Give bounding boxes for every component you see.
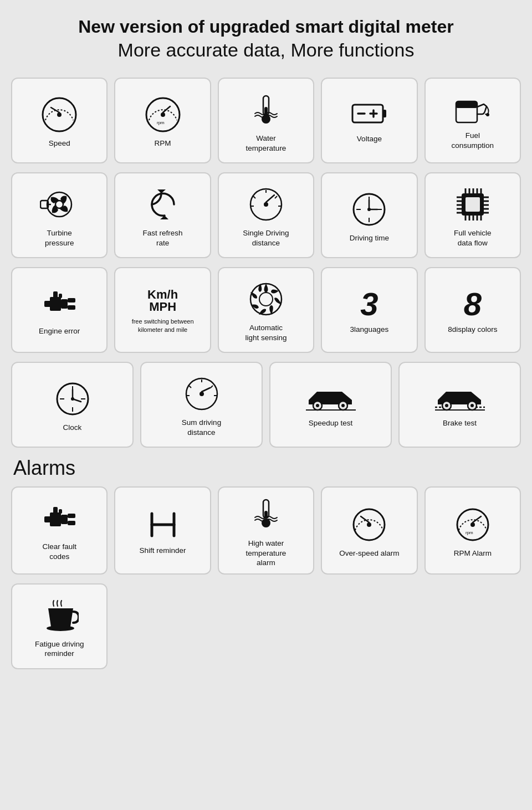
feature-speed: Speed — [11, 78, 108, 163]
eight-colors-icon: 8 — [464, 288, 482, 320]
rpm-label: RPM — [155, 139, 171, 148]
feature-single-dist: Single Drivingdistance — [218, 172, 314, 258]
svg-rect-39 — [466, 197, 480, 212]
svg-point-37 — [367, 208, 371, 211]
svg-point-68 — [259, 293, 273, 306]
rpm-alarm-icon: rpm — [453, 505, 492, 544]
svg-line-79 — [202, 388, 210, 392]
svg-rect-63 — [68, 298, 75, 303]
svg-line-24 — [266, 195, 274, 202]
svg-point-117 — [47, 626, 74, 631]
clear-fault-label: Clear faultcodes — [42, 542, 76, 561]
driving-time-label: Driving time — [350, 233, 389, 243]
three-lang-icon: 3 — [360, 288, 378, 320]
data-flow-label: Full vehicledata flow — [454, 228, 492, 248]
brake-label: Brake test — [443, 418, 477, 428]
svg-rect-64 — [68, 305, 75, 310]
high-water-temp-label: High watertemperaturealarm — [246, 539, 287, 568]
engine-error-icon — [39, 286, 80, 322]
svg-rect-60 — [50, 297, 61, 311]
speedup-icon — [303, 383, 359, 414]
feature-kmh-mph: Km/h MPH free switching betweenkilometer… — [114, 267, 211, 353]
svg-rect-100 — [68, 514, 75, 518]
voltage-label: Voltage — [357, 134, 382, 144]
svg-text:rpm: rpm — [157, 120, 165, 125]
feature-data-flow: Full vehicledata flow — [424, 172, 521, 258]
svg-point-76 — [71, 397, 74, 401]
eight-colors-label: 8display colors — [448, 325, 497, 335]
three-lang-label: 3languages — [350, 325, 388, 335]
fuel-label: Fuelconsumption — [452, 131, 494, 150]
fuel-icon — [453, 93, 492, 126]
sum-dist-icon — [182, 375, 221, 413]
svg-rect-66 — [59, 294, 62, 298]
svg-rect-98 — [61, 515, 68, 524]
turbine-label: Turbinepressure — [45, 228, 74, 248]
svg-rect-11 — [383, 110, 386, 117]
shift-label: Shift reminder — [140, 546, 186, 556]
alarm-high-water-temp: High watertemperaturealarm — [218, 486, 314, 575]
overspeed-label: Over-speed alarm — [339, 548, 399, 558]
single-dist-icon — [247, 185, 285, 224]
features-row-1: Speed rpm RPM Watertemp — [11, 78, 521, 163]
auto-light-label: Automaticlight sensing — [245, 323, 287, 342]
svg-rect-103 — [59, 509, 62, 514]
feature-rpm: rpm RPM — [114, 78, 211, 163]
feature-turbine: Turbinepressure — [11, 172, 108, 258]
alarm-clear-fault: Clear faultcodes — [11, 486, 108, 575]
data-flow-icon — [453, 185, 492, 224]
water-temp-icon — [247, 90, 285, 129]
sum-dist-label: Sum drivingdistance — [182, 418, 221, 437]
speed-icon — [40, 95, 79, 134]
svg-rect-99 — [44, 516, 51, 522]
alarms-row-2: Fatigue drivingreminder — [11, 583, 521, 669]
refresh-label: Fast refreshrate — [143, 228, 183, 248]
overspeed-icon — [350, 505, 388, 544]
shift-icon — [144, 508, 182, 541]
clock-icon — [53, 380, 92, 418]
features-row-3: Engine error Km/h MPH free switching bet… — [11, 267, 521, 353]
auto-light-icon — [247, 280, 285, 319]
feature-sum-dist: Sum drivingdistance — [140, 362, 263, 448]
svg-rect-102 — [53, 507, 58, 514]
svg-point-93 — [470, 404, 474, 407]
svg-line-81 — [211, 386, 213, 388]
sub-title: More accurate data, More functions — [118, 39, 415, 60]
svg-rect-101 — [68, 521, 75, 525]
feature-engine-error: Engine error — [11, 267, 108, 353]
features-row-2: Turbinepressure Fast refreshrate — [11, 172, 521, 258]
speedup-label: Speedup test — [309, 418, 353, 428]
driving-time-icon — [350, 190, 388, 229]
feature-clock: Clock — [11, 362, 134, 448]
feature-refresh: Fast refreshrate — [114, 172, 211, 258]
svg-rect-97 — [50, 512, 61, 526]
high-water-temp-icon — [247, 495, 285, 534]
clock-label: Clock — [63, 423, 82, 433]
features-row-4: Clock Sum drivingdistance — [11, 362, 521, 448]
alarm-fatigue: Fatigue drivingreminder — [11, 583, 108, 669]
svg-line-26 — [275, 196, 277, 198]
kmh-icon: Km/h MPH — [147, 289, 178, 313]
svg-rect-61 — [61, 299, 68, 309]
alarm-shift: Shift reminder — [114, 486, 211, 575]
alarms-title: Alarms — [13, 457, 521, 480]
alarm-rpm: rpm RPM Alarm — [424, 486, 521, 575]
svg-line-83 — [189, 386, 191, 388]
svg-point-17 — [486, 113, 489, 116]
rpm-alarm-label: RPM Alarm — [454, 548, 492, 558]
svg-rect-62 — [44, 301, 51, 307]
bold-title: New version of upgraded smart digital me… — [11, 17, 521, 37]
svg-point-86 — [316, 404, 319, 407]
feature-3languages: 3 3languages — [321, 267, 417, 353]
voltage-icon — [350, 99, 388, 130]
rpm-icon: rpm — [144, 95, 182, 134]
fatigue-icon — [40, 596, 79, 635]
clear-fault-icon — [39, 501, 80, 537]
feature-water-temp: Watertemperature — [218, 78, 314, 163]
alarms-row-1: Clear faultcodes Shift reminder High wat… — [11, 486, 521, 575]
svg-point-91 — [445, 404, 448, 407]
single-dist-label: Single Drivingdistance — [243, 228, 289, 248]
feature-voltage: Voltage — [321, 78, 417, 163]
feature-speedup: Speedup test — [269, 362, 392, 448]
turbine-icon — [40, 185, 79, 224]
